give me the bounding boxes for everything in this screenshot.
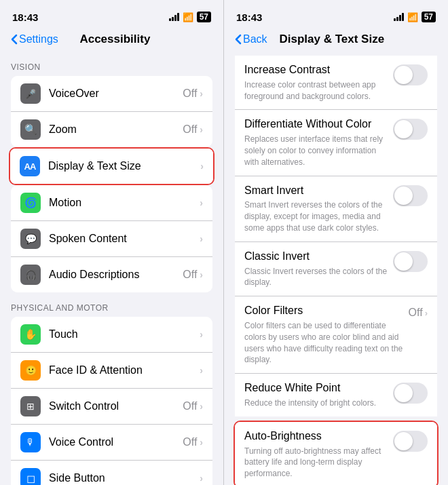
zoom-value: Off xyxy=(183,123,197,136)
auto-brightness-toggle[interactable] xyxy=(393,431,428,452)
zoom-icon: 🔍 xyxy=(20,119,41,140)
face-id-attention-item[interactable]: 🙂 Face ID & Attention › xyxy=(11,353,212,389)
voiceover-icon: 🎤 xyxy=(20,83,41,104)
classic-invert-row[interactable]: Classic Invert Classic Invert reverses t… xyxy=(235,242,437,296)
switch-control-label: Switch Control xyxy=(49,400,183,412)
smart-invert-row[interactable]: Smart Invert Smart Invert reverses the c… xyxy=(235,176,437,242)
audio-descriptions-icon: 🎧 xyxy=(20,265,41,285)
right-nav-bar: Back Display & Text Size xyxy=(224,30,448,52)
zoom-item[interactable]: 🔍 Zoom Off › xyxy=(11,112,212,147)
left-scroll-content[interactable]: VISION 🎤 VoiceOver Off › 🔍 Zoom Off › xyxy=(0,52,223,485)
physical-list-group: ✋ Touch › 🙂 Face ID & Attention › ⊞ Swit… xyxy=(11,317,212,485)
right-phone-panel: 18:43 📶 57 Back Display & Text Size xyxy=(224,0,448,485)
reduce-white-point-desc: Reduce the intensity of bright colors. xyxy=(244,397,388,409)
voice-control-icon: 🎙 xyxy=(20,432,41,452)
differentiate-without-color-row[interactable]: Differentiate Without Color Replaces use… xyxy=(235,110,437,176)
left-time: 18:43 xyxy=(12,12,38,23)
physical-section-label: PHYSICAL AND MOTOR xyxy=(0,292,223,317)
color-filters-title: Color Filters xyxy=(244,304,403,318)
touch-label: Touch xyxy=(49,328,200,341)
side-button-icon: ◻ xyxy=(20,468,41,485)
left-back-button[interactable]: Settings xyxy=(11,33,58,45)
voiceover-chevron-icon: › xyxy=(200,88,203,99)
right-nav-title: Display & Text Size xyxy=(267,33,396,46)
audio-descriptions-label: Audio Descriptions xyxy=(49,269,183,281)
left-back-label: Settings xyxy=(19,33,58,45)
vision-list-group-2: 🌀 Motion › 💬 Spoken Content › 🎧 Audio De… xyxy=(11,185,212,292)
classic-invert-toggle[interactable] xyxy=(393,251,428,272)
audio-descriptions-chevron-icon: › xyxy=(200,269,203,280)
right-signal-icon xyxy=(394,13,404,21)
auto-brightness-knob xyxy=(394,432,413,450)
differentiate-without-color-knob xyxy=(394,120,413,138)
voiceover-item[interactable]: 🎤 VoiceOver Off › xyxy=(11,76,212,112)
touch-item[interactable]: ✋ Touch › xyxy=(11,317,212,353)
right-back-label: Back xyxy=(243,33,267,45)
right-back-button[interactable]: Back xyxy=(235,33,267,45)
smart-invert-knob xyxy=(394,187,413,205)
reduce-white-point-inner: Reduce White Point Reduce the intensity … xyxy=(244,381,388,409)
touch-icon: ✋ xyxy=(20,324,41,345)
right-back-chevron-icon xyxy=(235,34,242,45)
voice-control-item[interactable]: 🎙 Voice Control Off › xyxy=(11,425,212,461)
voice-control-label: Voice Control xyxy=(49,436,183,448)
back-chevron-icon xyxy=(11,34,18,45)
display-text-size-icon: AA xyxy=(20,156,40,176)
vision-section-label: VISION xyxy=(0,52,223,76)
right-scroll-content[interactable]: Increase Contrast Increase color contras… xyxy=(224,52,448,485)
display-text-size-chevron-icon: › xyxy=(200,161,204,172)
increase-contrast-row[interactable]: Increase Contrast Increase color contras… xyxy=(235,56,437,110)
auto-brightness-title: Auto-Brightness xyxy=(244,429,388,444)
spoken-content-chevron-icon: › xyxy=(200,233,203,244)
right-wifi-icon: 📶 xyxy=(407,12,418,22)
battery-icon: 57 xyxy=(197,12,211,22)
spoken-content-icon: 💬 xyxy=(20,229,41,249)
motion-chevron-icon: › xyxy=(200,197,203,208)
display-text-size-item[interactable]: AA Display & Text Size › xyxy=(10,149,213,184)
voice-control-chevron-icon: › xyxy=(200,437,203,448)
differentiate-without-color-toggle[interactable] xyxy=(393,119,428,140)
left-phone-panel: 18:43 📶 57 Settings Accessibility VISION xyxy=(0,0,224,485)
differentiate-without-color-title: Differentiate Without Color xyxy=(244,117,388,132)
face-id-attention-icon: 🙂 xyxy=(20,360,41,381)
color-filters-chevron-icon: › xyxy=(425,308,428,318)
color-filters-row[interactable]: Color Filters Color filters can be used … xyxy=(235,296,437,374)
left-status-bar: 18:43 📶 57 xyxy=(0,0,223,30)
motion-item[interactable]: 🌀 Motion › xyxy=(11,185,212,221)
vision-list-group: 🎤 VoiceOver Off › 🔍 Zoom Off › xyxy=(11,76,212,147)
classic-invert-inner: Classic Invert Classic Invert reverses t… xyxy=(244,250,388,288)
zoom-chevron-icon: › xyxy=(200,124,203,135)
reduce-white-point-row[interactable]: Reduce White Point Reduce the intensity … xyxy=(235,374,437,416)
left-nav-title: Accessibility xyxy=(58,33,172,46)
spoken-content-item[interactable]: 💬 Spoken Content › xyxy=(11,221,212,257)
switch-control-item[interactable]: ⊞ Switch Control Off › xyxy=(11,389,212,425)
face-id-attention-chevron-icon: › xyxy=(200,365,203,376)
classic-invert-title: Classic Invert xyxy=(244,250,388,264)
right-time: 18:43 xyxy=(236,12,262,23)
side-button-label: Side Button xyxy=(49,472,200,484)
smart-invert-title: Smart Invert xyxy=(244,184,388,198)
classic-invert-desc: Classic Invert reverses the colors of th… xyxy=(244,266,388,289)
right-settings-group: Increase Contrast Increase color contras… xyxy=(235,56,437,416)
audio-descriptions-value: Off xyxy=(183,269,197,281)
zoom-label: Zoom xyxy=(49,123,183,136)
differentiate-without-color-desc: Replaces user interface items that rely … xyxy=(244,134,388,168)
smart-invert-inner: Smart Invert Smart Invert reverses the c… xyxy=(244,184,388,234)
display-text-size-label: Display & Text Size xyxy=(48,160,200,172)
auto-brightness-highlight: Auto-Brightness Turning off auto-brightn… xyxy=(234,421,438,485)
differentiate-without-color-inner: Differentiate Without Color Replaces use… xyxy=(244,117,388,168)
smart-invert-toggle[interactable] xyxy=(393,185,428,206)
auto-brightness-row[interactable]: Auto-Brightness Turning off auto-brightn… xyxy=(235,422,437,485)
spoken-content-label: Spoken Content xyxy=(49,233,200,245)
color-filters-inner: Color Filters Color filters can be used … xyxy=(244,304,403,366)
right-battery-icon: 57 xyxy=(422,12,436,22)
reduce-white-point-toggle[interactable] xyxy=(393,383,428,404)
left-nav-bar: Settings Accessibility xyxy=(0,30,223,52)
increase-contrast-title: Increase Contrast xyxy=(244,63,388,77)
audio-descriptions-item[interactable]: 🎧 Audio Descriptions Off › xyxy=(11,257,212,292)
right-status-bar: 18:43 📶 57 xyxy=(224,0,448,30)
switch-control-chevron-icon: › xyxy=(200,401,203,412)
switch-control-value: Off xyxy=(183,400,197,412)
side-button-item[interactable]: ◻ Side Button › xyxy=(11,461,212,485)
increase-contrast-toggle[interactable] xyxy=(393,64,428,85)
